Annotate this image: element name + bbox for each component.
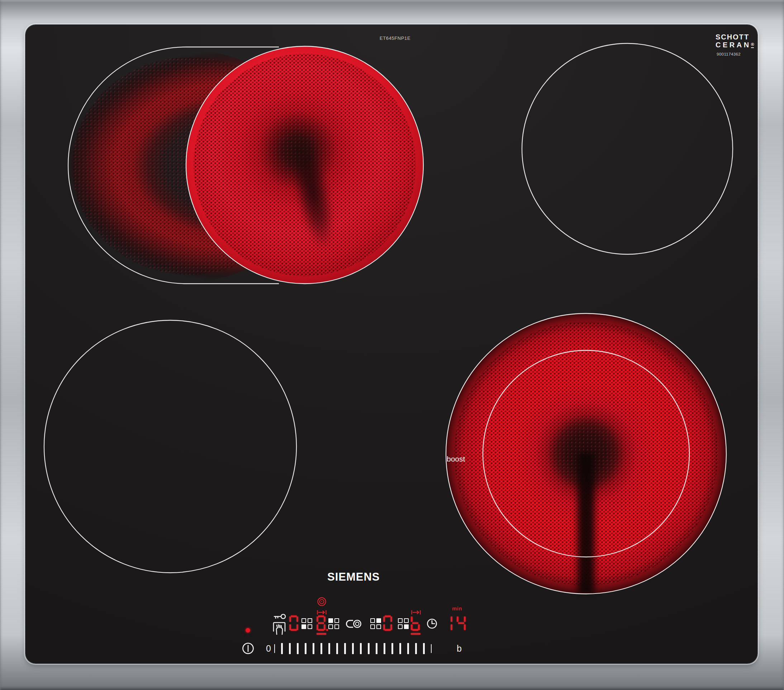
slider-tick: [274, 644, 275, 653]
slider-min-label: 0: [266, 644, 271, 654]
slider-tick: [289, 643, 291, 654]
slider-tick: [415, 643, 417, 654]
slider-tick: [368, 643, 370, 654]
slider-tick: [328, 643, 330, 654]
control-panel: min 0 b: [0, 0, 784, 690]
slider-tick: [384, 643, 385, 654]
slider-tick: [336, 643, 338, 654]
dual-zone-icon: [317, 597, 326, 606]
slider-tick: [376, 643, 377, 654]
display-front-right-level: [411, 616, 420, 631]
zone-selector-front-left[interactable]: [301, 618, 313, 629]
slider-max-label: b: [457, 644, 462, 654]
timer-display: [443, 616, 470, 631]
slider-tick: [360, 643, 362, 654]
clock-icon[interactable]: [427, 618, 437, 629]
slider-tick: [399, 643, 401, 654]
zone-selector-rear-right[interactable]: [370, 618, 381, 629]
slider-tick: [313, 643, 315, 654]
display-rear-left-level: [316, 616, 329, 631]
timer-unit-label: min: [452, 605, 462, 611]
power-level-slider[interactable]: [274, 643, 432, 654]
pot-icon[interactable]: [345, 619, 362, 628]
zone-selector-front-right[interactable]: [398, 618, 409, 629]
cooktop-product-image: { "product": { "model_number": "ET645FNP…: [0, 0, 784, 690]
slider-tick: [352, 643, 354, 654]
slider-tick: [297, 643, 299, 654]
selected-zone-underline: [411, 633, 420, 635]
display-rear-right-level: [383, 616, 393, 631]
extend-zone-arrow-icon: [317, 610, 326, 615]
selected-zone-underline: [316, 633, 326, 635]
slider-tick: [407, 643, 409, 654]
slider-tick: [281, 643, 283, 654]
slider-tick: [321, 643, 322, 654]
zone-selector-rear-left[interactable]: [328, 618, 339, 629]
slider-tick: [344, 643, 346, 654]
extend-zone-arrow-icon: [411, 610, 421, 615]
display-front-left-level: [289, 616, 299, 631]
slider-tick: [423, 643, 425, 654]
slider-tick: [305, 643, 306, 654]
key-lock-icon[interactable]: [272, 612, 287, 635]
power-button[interactable]: [242, 642, 255, 655]
power-indicator-dot: [245, 628, 250, 632]
slider-tick: [392, 643, 393, 654]
slider-tick: [431, 644, 432, 653]
